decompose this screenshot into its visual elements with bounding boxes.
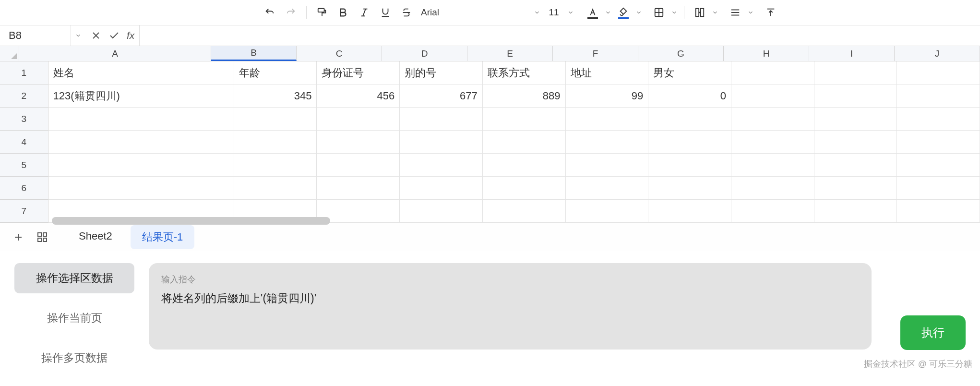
cell-E6[interactable] [483,177,566,200]
sheet-tab[interactable]: Sheet2 [67,225,124,249]
formula-input[interactable] [139,25,980,46]
row-header-5[interactable]: 5 [0,154,48,177]
fill-color-button[interactable] [613,4,634,21]
column-header-H[interactable]: H [724,46,809,61]
cell-I7[interactable] [814,200,897,223]
cell-A4[interactable] [48,131,234,154]
cell-H3[interactable] [731,108,814,131]
cell-J7[interactable] [897,200,980,223]
cell-I4[interactable] [814,131,897,154]
cell-F4[interactable] [566,131,649,154]
column-header-D[interactable]: D [382,46,467,61]
redo-button[interactable] [280,4,301,21]
accept-formula-button[interactable] [108,30,120,41]
mode-button[interactable]: 操作选择区数据 [14,263,134,293]
cell-H4[interactable] [731,131,814,154]
cell-D3[interactable] [400,108,483,131]
cell-B1[interactable]: 年龄 [234,61,317,84]
cell-A5[interactable] [48,154,234,177]
text-color-dropdown[interactable] [603,9,613,16]
font-size-dropdown[interactable] [566,9,575,16]
select-all-corner[interactable] [0,46,19,61]
cell-D5[interactable] [400,154,483,177]
cell-C4[interactable] [317,131,400,154]
text-color-button[interactable] [582,4,603,21]
mode-button[interactable]: 操作当前页 [14,303,134,333]
row-header-6[interactable]: 6 [0,177,48,200]
row-header-3[interactable]: 3 [0,108,48,131]
cell-E1[interactable]: 联系方式 [483,61,566,84]
underline-button[interactable] [375,4,396,21]
align-button[interactable] [725,4,746,21]
add-sheet-button[interactable] [10,229,27,246]
format-painter-button[interactable] [311,4,333,21]
execute-button[interactable]: 执行 [900,315,966,350]
borders-dropdown[interactable] [669,9,679,16]
cell-J1[interactable] [897,61,980,84]
cell-C3[interactable] [317,108,400,131]
cell-B2[interactable]: 345 [234,84,317,108]
cell-C6[interactable] [317,177,400,200]
cell-H2[interactable] [731,84,814,108]
row-header-2[interactable]: 2 [0,84,48,108]
cell-G7[interactable] [648,200,731,223]
font-name-dropdown[interactable] [532,9,542,16]
cell-reference-dropdown[interactable] [71,25,85,46]
cell-G3[interactable] [648,108,731,131]
cell-B4[interactable] [234,131,317,154]
cell-E5[interactable] [483,154,566,177]
row-header-1[interactable]: 1 [0,61,48,84]
mode-button[interactable]: 操作多页数据 [14,343,134,373]
borders-button[interactable] [648,4,669,21]
cell-B6[interactable] [234,177,317,200]
cell-A1[interactable]: 姓名 [48,61,234,84]
column-header-J[interactable]: J [895,46,980,61]
strikethrough-button[interactable] [396,4,417,21]
italic-button[interactable] [354,4,375,21]
undo-button[interactable] [259,4,280,21]
cell-E4[interactable] [483,131,566,154]
bold-button[interactable] [333,4,354,21]
cell-J6[interactable] [897,177,980,200]
cell-C2[interactable]: 456 [317,84,400,108]
cell-B5[interactable] [234,154,317,177]
merge-cells-button[interactable] [689,4,710,21]
font-name-select[interactable]: Arial [417,7,532,18]
cancel-formula-button[interactable] [90,30,102,41]
column-header-C[interactable]: C [297,46,382,61]
cell-J3[interactable] [897,108,980,131]
align-dropdown[interactable] [746,9,755,16]
column-header-F[interactable]: F [553,46,638,61]
cell-D2[interactable]: 677 [400,84,483,108]
cell-I1[interactable] [814,61,897,84]
cell-G6[interactable] [648,177,731,200]
cell-J5[interactable] [897,154,980,177]
cell-H6[interactable] [731,177,814,200]
cell-G2[interactable]: 0 [648,84,731,108]
cell-F3[interactable] [566,108,649,131]
cell-G1[interactable]: 男女 [648,61,731,84]
cell-B3[interactable] [234,108,317,131]
column-header-I[interactable]: I [809,46,895,61]
merge-dropdown[interactable] [710,9,720,16]
cell-E2[interactable]: 889 [483,84,566,108]
cell-H1[interactable] [731,61,814,84]
cell-I5[interactable] [814,154,897,177]
column-header-E[interactable]: E [467,46,553,61]
row-header-4[interactable]: 4 [0,131,48,154]
sheet-list-button[interactable] [34,229,51,246]
cell-A6[interactable] [48,177,234,200]
cell-H5[interactable] [731,154,814,177]
column-header-A[interactable]: A [19,46,211,61]
cell-I3[interactable] [814,108,897,131]
cell-F2[interactable]: 99 [566,84,649,108]
cell-F5[interactable] [566,154,649,177]
column-header-B[interactable]: B [211,46,297,61]
cell-C1[interactable]: 身份证号 [317,61,400,84]
cell-A3[interactable] [48,108,234,131]
cell-A2[interactable]: 123(籍贯四川) [48,84,234,108]
cell-J2[interactable] [897,84,980,108]
cell-E7[interactable] [483,200,566,223]
cell-J4[interactable] [897,131,980,154]
cell-H7[interactable] [731,200,814,223]
